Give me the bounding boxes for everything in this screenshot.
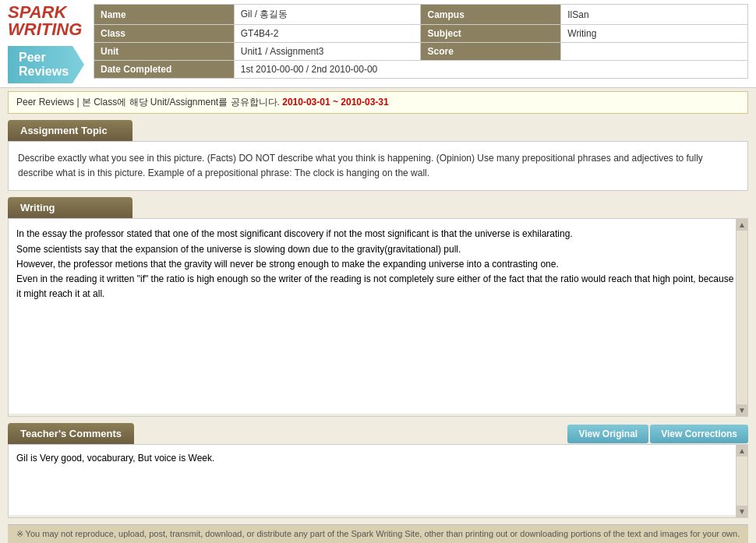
name-label: Name (94, 5, 235, 25)
subject-label: Subject (421, 25, 561, 43)
date-label: Date Completed (94, 61, 235, 79)
info-table: Name Gil / 홍길동 Campus IlSan Class GT4B4-… (94, 4, 748, 79)
campus-label: Campus (421, 5, 561, 25)
teachers-content-wrapper: ▲ ▼ (8, 444, 748, 518)
assignment-topic-section: Assignment Topic Describe exactly what y… (8, 120, 748, 191)
peer-reviews-highlight: 2010-03-01 ~ 2010-03-31 (282, 97, 388, 108)
unit-label: Unit (94, 43, 235, 61)
class-label: Class (94, 25, 235, 43)
assignment-topic-header: Assignment Topic (8, 120, 132, 141)
peer-reviews-middle: | 본 Class에 해당 Unit/Assignment를 공유합니다. (76, 97, 282, 108)
writing-header-row: Writing (8, 197, 748, 218)
writing-scrollbar[interactable]: ▲ ▼ (736, 219, 747, 416)
name-value: Gil / 홍길동 (234, 5, 421, 25)
footer-notice: ※ You may not reproduce, upload, post, t… (8, 524, 748, 543)
logo: SPARK WRITING Peer Reviews (8, 4, 78, 83)
unit-value: Unit1 / Assignment3 (234, 43, 421, 61)
writing-section: Writing ▲ ▼ (8, 197, 748, 417)
writing-content-wrapper: ▲ ▼ (8, 218, 748, 417)
info-row-name: Name Gil / 홍길동 Campus IlSan (94, 5, 748, 25)
view-corrections-button[interactable]: View Corrections (650, 425, 748, 443)
info-row-date: Date Completed 1st 2010-00-00 / 2nd 2010… (94, 61, 748, 79)
peer-reviews-bar: Peer Reviews | 본 Class에 해당 Unit/Assignme… (8, 91, 748, 114)
score-label: Score (421, 43, 561, 61)
class-value: GT4B4-2 (234, 25, 421, 43)
writing-textarea[interactable] (9, 219, 747, 414)
teachers-header-row: Teacher's Comments View Original View Co… (8, 423, 748, 444)
assignment-topic-content: Describe exactly what you see in this pi… (8, 141, 748, 191)
score-value (561, 43, 748, 61)
date-value: 1st 2010-00-00 / 2nd 2010-00-00 (234, 61, 747, 79)
peer-reviews-badge: Peer Reviews (8, 46, 84, 83)
header: SPARK WRITING Peer Reviews Name Gil / 홍길… (0, 0, 756, 88)
logo-spark: SPARK (8, 4, 78, 21)
teachers-comments-section: Teacher's Comments View Original View Co… (8, 423, 748, 518)
info-table-wrapper: Name Gil / 홍길동 Campus IlSan Class GT4B4-… (94, 4, 748, 79)
scroll-down-arrow[interactable]: ▼ (737, 404, 747, 416)
teachers-textarea[interactable] (9, 445, 747, 515)
campus-value: IlSan (561, 5, 748, 25)
teachers-scroll-down-arrow[interactable]: ▼ (737, 506, 747, 517)
teachers-scrollbar[interactable]: ▲ ▼ (736, 445, 747, 517)
info-row-unit: Unit Unit1 / Assignment3 Score (94, 43, 748, 61)
writing-header: Writing (8, 197, 132, 218)
scroll-up-arrow[interactable]: ▲ (737, 219, 747, 231)
teachers-scroll-up-arrow[interactable]: ▲ (737, 445, 747, 457)
view-buttons: View Original View Corrections (567, 425, 748, 443)
info-row-class: Class GT4B4-2 Subject Writing (94, 25, 748, 43)
teachers-comments-header: Teacher's Comments (8, 423, 134, 444)
view-original-button[interactable]: View Original (567, 425, 648, 443)
subject-value: Writing (561, 25, 748, 43)
logo-writing: WRITING (8, 21, 78, 38)
peer-reviews-static: Peer Reviews (16, 97, 74, 108)
